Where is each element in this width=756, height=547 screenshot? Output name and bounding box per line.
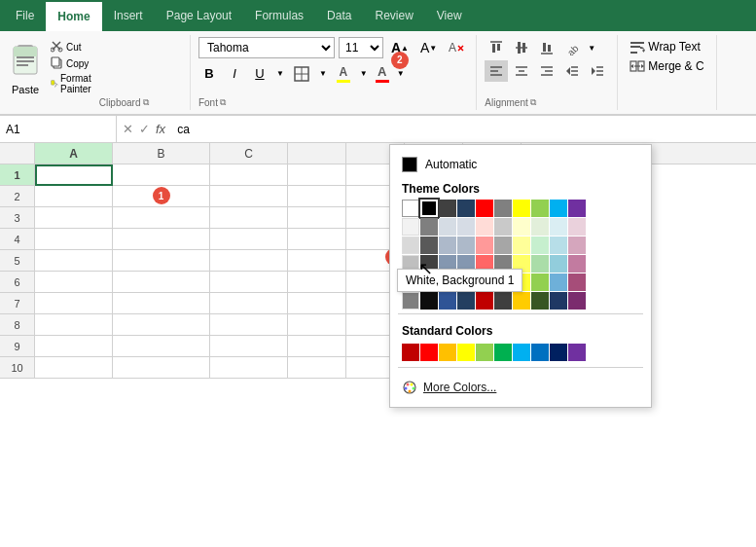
cell-b4[interactable] bbox=[113, 229, 210, 250]
align-middle-button[interactable] bbox=[510, 37, 533, 58]
shade-5-9[interactable] bbox=[568, 292, 586, 310]
shade-5-3[interactable] bbox=[457, 292, 475, 310]
shade-1-0[interactable] bbox=[402, 218, 419, 236]
cell-c2[interactable] bbox=[210, 186, 288, 207]
row-header-7[interactable]: 7 bbox=[0, 293, 34, 314]
cell-a7[interactable] bbox=[35, 293, 113, 314]
wrap-text-button[interactable]: Wrap Text bbox=[626, 37, 707, 56]
shade-1-3[interactable] bbox=[457, 218, 475, 236]
cell-c7[interactable] bbox=[210, 293, 288, 314]
cell-b1[interactable] bbox=[113, 164, 210, 186]
shade-4-7[interactable] bbox=[531, 274, 549, 291]
shade-5-4[interactable] bbox=[476, 292, 493, 310]
cell-d1[interactable] bbox=[288, 164, 346, 186]
col-header-c[interactable]: C bbox=[210, 143, 288, 164]
swatch-blue-theme[interactable] bbox=[550, 200, 567, 217]
fill-color-dropdown[interactable]: ▼ bbox=[358, 63, 370, 85]
cut-button[interactable]: Cut bbox=[49, 39, 99, 55]
cancel-icon[interactable]: ✕ bbox=[123, 122, 133, 136]
cell-a9[interactable] bbox=[35, 336, 113, 357]
font-size-select[interactable]: 11 10 12 14 bbox=[339, 37, 383, 58]
shade-5-8[interactable] bbox=[550, 292, 567, 310]
std-yellow[interactable] bbox=[457, 344, 475, 361]
col-header-b[interactable]: B bbox=[113, 143, 210, 164]
swatch-purple-theme[interactable] bbox=[568, 200, 586, 217]
shade-2-1[interactable] bbox=[420, 237, 438, 254]
font-color-button[interactable]: A bbox=[374, 62, 391, 85]
cell-c9[interactable] bbox=[210, 336, 288, 357]
borders-button[interactable] bbox=[290, 63, 313, 85]
cell-b9[interactable] bbox=[113, 336, 210, 357]
row-header-6[interactable]: 6 bbox=[0, 272, 34, 293]
cell-c1[interactable] bbox=[210, 164, 288, 186]
font-name-select[interactable]: Tahoma Arial Calibri bbox=[198, 37, 335, 58]
swatch-red-theme[interactable] bbox=[476, 200, 493, 217]
shade-2-5[interactable] bbox=[494, 237, 512, 254]
cell-d7[interactable] bbox=[288, 293, 346, 314]
cell-a8[interactable] bbox=[35, 314, 113, 336]
std-darkblue[interactable] bbox=[550, 344, 567, 361]
automatic-color-option[interactable]: Automatic bbox=[398, 153, 643, 176]
shade-5-6[interactable] bbox=[513, 292, 530, 310]
shade-2-3[interactable] bbox=[457, 237, 475, 254]
shade-1-4[interactable] bbox=[476, 218, 493, 236]
tab-file[interactable]: File bbox=[4, 0, 46, 31]
tab-review[interactable]: Review bbox=[363, 0, 424, 31]
clipboard-expand-icon[interactable]: ⧉ bbox=[143, 97, 149, 108]
shade-5-7[interactable] bbox=[531, 292, 549, 310]
shade-2-9[interactable] bbox=[568, 237, 586, 254]
shade-1-8[interactable] bbox=[550, 218, 567, 236]
cell-d8[interactable] bbox=[288, 314, 346, 336]
italic-button[interactable]: I bbox=[224, 63, 245, 85]
cell-b3[interactable] bbox=[113, 207, 210, 229]
col-header-a[interactable]: A bbox=[35, 143, 113, 164]
more-colors-button[interactable]: More Colors... bbox=[398, 372, 643, 399]
shade-2-4[interactable] bbox=[476, 237, 493, 254]
name-box[interactable]: A1 bbox=[0, 116, 117, 142]
alignment-expand-icon[interactable]: ⧉ bbox=[530, 97, 536, 108]
shade-2-6[interactable] bbox=[513, 237, 530, 254]
shade-4-8[interactable] bbox=[550, 274, 567, 291]
swatch-yellow-theme[interactable] bbox=[513, 200, 530, 217]
cell-c4[interactable] bbox=[210, 229, 288, 250]
shade-3-8[interactable] bbox=[550, 255, 567, 273]
align-center-button[interactable] bbox=[510, 60, 533, 82]
merge-cells-button[interactable]: Merge & C bbox=[626, 56, 707, 76]
cell-b2[interactable]: 1 bbox=[113, 186, 210, 207]
tab-page-layout[interactable]: Page Layout bbox=[155, 0, 243, 31]
cell-a2[interactable] bbox=[35, 186, 113, 207]
col-header-d[interactable] bbox=[288, 143, 346, 164]
shade-5-5[interactable] bbox=[494, 292, 512, 310]
cell-b10[interactable] bbox=[113, 357, 210, 379]
underline-dropdown[interactable]: ▼ bbox=[274, 63, 286, 85]
swatch-dark-gray[interactable] bbox=[439, 200, 456, 217]
shade-2-7[interactable] bbox=[531, 237, 549, 254]
row-header-10[interactable]: 10 bbox=[0, 357, 34, 379]
shade-3-9[interactable] bbox=[568, 255, 586, 273]
cell-a5[interactable] bbox=[35, 250, 113, 272]
shade-1-7[interactable] bbox=[531, 218, 549, 236]
cell-a6[interactable] bbox=[35, 272, 113, 293]
paste-button[interactable]: Paste bbox=[8, 37, 43, 95]
tab-data[interactable]: Data bbox=[315, 0, 363, 31]
std-lightgreen[interactable] bbox=[476, 344, 493, 361]
std-purple[interactable] bbox=[568, 344, 586, 361]
swatch-green-theme[interactable] bbox=[531, 200, 549, 217]
cell-d5[interactable] bbox=[288, 250, 346, 272]
std-red[interactable] bbox=[420, 344, 438, 361]
shade-4-9[interactable] bbox=[568, 274, 586, 291]
font-expand-icon[interactable]: ⧉ bbox=[220, 97, 226, 108]
cell-a3[interactable] bbox=[35, 207, 113, 229]
row-header-3[interactable]: 3 bbox=[0, 207, 34, 229]
align-bottom-button[interactable] bbox=[535, 37, 558, 58]
shade-1-2[interactable] bbox=[439, 218, 456, 236]
swatch-navy[interactable] bbox=[457, 200, 475, 217]
tab-formulas[interactable]: Formulas bbox=[243, 0, 315, 31]
bold-button[interactable]: B bbox=[198, 63, 220, 85]
cell-c8[interactable] bbox=[210, 314, 288, 336]
formula-input[interactable] bbox=[171, 123, 756, 136]
shade-3-7[interactable] bbox=[531, 255, 549, 273]
shade-1-9[interactable] bbox=[568, 218, 586, 236]
align-top-button[interactable] bbox=[485, 37, 508, 58]
corner-cell[interactable] bbox=[0, 143, 35, 164]
